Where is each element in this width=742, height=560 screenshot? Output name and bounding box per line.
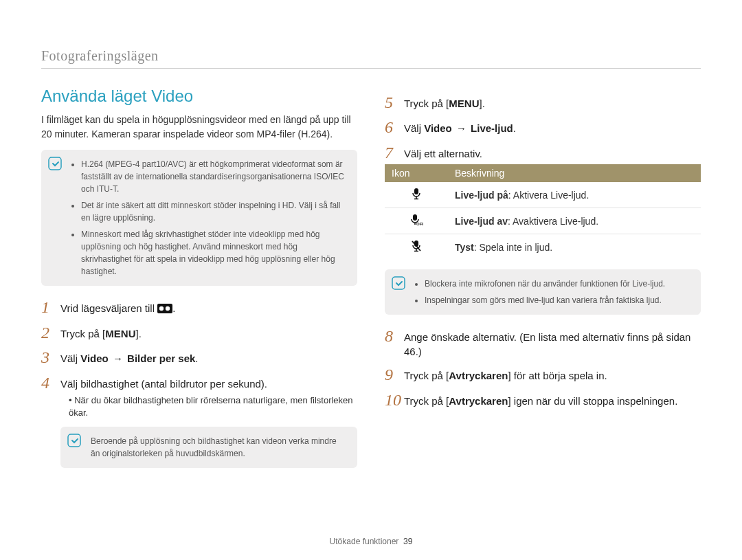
page: Fotograferingslägen Använda läget Video … [0,0,742,560]
mic-mute-icon [385,234,448,260]
bold-text: Video [80,352,109,364]
text: . [195,352,198,364]
table-row: Tyst: Spela inte in ljud. [385,234,701,260]
shutter-key: Avtryckaren [449,370,508,381]
note-item: Inspelningar som görs med live-ljud kan … [425,294,691,306]
step-text: Tryck på [MENU]. [404,93,485,111]
note-box-microphone: Blockera inte mikrofonen när du använder… [385,269,701,315]
step-10: 10 Tryck på [Avtryckaren] igen när du vi… [385,391,701,409]
note-box-format: H.264 (MPEG-4 part10/AVC) är ett högkomp… [41,150,357,286]
table-row: OFF Live-ljud av: Avaktivera Live-ljud. [385,208,701,234]
step-number: 10 [385,391,404,409]
svg-rect-4 [68,434,80,447]
step-3: 3 Välj Video → Bilder per sek. [41,348,357,366]
text: . [172,302,175,314]
step-number: 9 [385,366,404,383]
text: ] för att börja spela in. [508,370,607,381]
left-column: Använda läget Video I filmläget kan du s… [41,87,357,480]
step-6: 6 Välj Video → Live-ljud. [385,118,701,136]
table-cell: Live-ljud av: Avaktivera Live-ljud. [448,208,701,234]
page-footer: Utökade funktioner 39 [0,537,742,546]
step-number: 4 [41,374,60,392]
step-text: Ange önskade alternativ. (En lista med a… [404,327,701,359]
step-number: 7 [385,144,404,161]
svg-text:OFF: OFF [416,222,423,226]
note-item: H.264 (MPEG-4 part10/AVC) är ett högkomp… [81,158,348,195]
shutter-key: Avtryckaren [449,395,508,407]
step-text: Vrid lägesväljaren till . [60,298,175,317]
step-5: 5 Tryck på [MENU]. [385,93,701,111]
svg-rect-5 [414,188,418,194]
note-item: Det är inte säkert att ditt minneskort s… [81,199,348,224]
table-header-desc: Beskrivning [448,164,701,182]
arrow: → [109,352,127,364]
options-table: Ikon Beskrivning Live-ljud på: Aktivera … [385,164,701,260]
right-column: 5 Tryck på [MENU]. 6 Välj Video → Live-l… [385,87,701,480]
note-box-resolution: Beroende på upplösning och bildhastighet… [60,427,357,468]
arrow: → [452,122,471,134]
note-icon [48,157,62,170]
step-text: Välj ett alternativ. [404,144,482,161]
svg-point-2 [159,306,164,311]
intro-text: I filmläget kan du spela in högupplösnin… [41,113,357,142]
step-8: 8 Ange önskade alternativ. (En lista med… [385,327,701,359]
text: : Aktivera Live-ljud. [508,190,589,201]
text: Vrid lägesväljaren till [60,302,157,314]
text: : Spela inte in ljud. [474,242,552,253]
svg-rect-15 [392,277,405,289]
text: ]. [135,328,141,339]
step-7: 7 Välj ett alternativ. [385,144,701,161]
step-subtext: När du ökar bildhastigheten blir rörelse… [41,394,357,419]
step-4-wrap: 4 Välj bildhastighet (antal bildrutor pe… [41,374,357,420]
mic-on-icon [385,182,448,208]
step-number: 1 [41,298,60,316]
text: Välj [60,352,80,364]
step-number: 6 [385,118,404,136]
table-row: Live-ljud på: Aktivera Live-ljud. [385,182,701,208]
note-item: Blockera inte mikrofonen när du använder… [425,278,691,290]
footer-label: Utökade funktioner [330,537,399,546]
menu-key: MENU [105,326,135,341]
menu-key: MENU [449,96,479,111]
text: Tryck på [ [404,98,449,109]
step-text: Tryck på [MENU]. [60,324,142,341]
text: Tryck på [ [404,370,449,381]
table-header-icon: Ikon [385,164,448,182]
text: Tryck på [ [60,328,105,339]
step-number: 5 [385,93,404,111]
page-number: 39 [403,537,412,546]
step-9: 9 Tryck på [Avtryckaren] för att börja s… [385,366,701,383]
note-icon [67,434,81,447]
text: : Avaktivera Live-ljud. [508,216,598,227]
text: Välj [404,122,424,134]
bold-text: Bilder per sek [127,352,195,364]
step-number: 3 [41,348,60,366]
step-number: 8 [385,327,404,345]
text: . [513,122,516,134]
text: Tryck på [ [404,395,449,407]
table-cell: Live-ljud på: Aktivera Live-ljud. [448,182,701,208]
step-4: 4 Välj bildhastighet (antal bildrutor pe… [41,374,357,392]
step-number: 2 [41,324,60,341]
svg-rect-8 [413,214,417,221]
step-2: 2 Tryck på [MENU]. [41,324,357,341]
svg-rect-0 [49,157,61,170]
bold-text: Tyst [455,242,474,253]
table-cell: Tyst: Spela inte in ljud. [448,234,701,260]
step-text: Tryck på [Avtryckaren] för att börja spe… [404,366,607,383]
note-text: Beroende på upplösning och bildhastighet… [91,435,348,460]
text: ] igen när du vill stoppa inspelningen. [508,395,677,407]
svg-point-3 [166,306,170,311]
bold-text: Live-ljud [471,122,513,134]
mic-off-icon: OFF [385,208,448,234]
content-columns: Använda läget Video I filmläget kan du s… [41,87,701,480]
breadcrumb: Fotograferingslägen [41,48,701,69]
bold-text: Live-ljud på [455,190,508,201]
text: ]. [479,98,484,109]
step-text: Välj bildhastighet (antal bildrutor per … [60,374,267,391]
bold-text: Live-ljud av [455,216,508,227]
step-text: Tryck på [Avtryckaren] igen när du vill … [404,391,677,408]
note-item: Minneskort med låg skrivhastighet stöder… [81,228,348,278]
video-mode-icon [157,302,172,317]
step-text: Välj Video → Live-ljud. [404,118,516,135]
